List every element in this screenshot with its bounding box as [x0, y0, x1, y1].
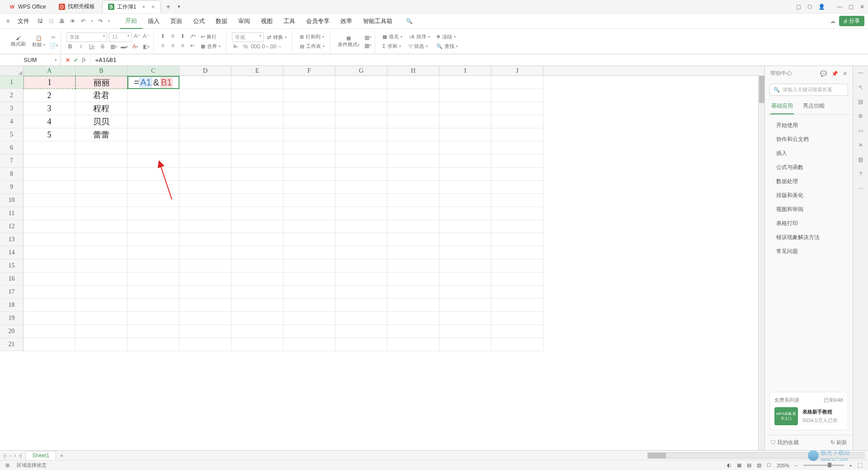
cell[interactable] [283, 259, 335, 273]
help-tab-basic[interactable]: 基础应用 [770, 99, 794, 114]
cell[interactable] [179, 194, 231, 207]
cell[interactable] [231, 312, 283, 325]
cell[interactable] [335, 181, 387, 194]
cell[interactable] [491, 168, 543, 181]
row-header[interactable]: 7 [0, 155, 24, 168]
cell[interactable] [231, 168, 283, 181]
cell[interactable] [127, 181, 179, 194]
cell[interactable] [231, 220, 283, 233]
highlight-button[interactable]: ◧▾ [142, 43, 150, 50]
help-tool-icon[interactable]: ? [859, 171, 862, 177]
cell[interactable] [335, 299, 387, 312]
cell[interactable] [231, 115, 283, 128]
cell[interactable] [491, 286, 543, 299]
cell[interactable] [24, 155, 75, 168]
cell[interactable] [231, 338, 283, 351]
number-format-select[interactable]: 常规▾ [232, 33, 264, 42]
transform-button[interactable]: ⇄转换▾ [265, 33, 288, 42]
cell[interactable] [491, 325, 543, 338]
cell[interactable] [179, 299, 231, 312]
col-header[interactable]: I [439, 66, 491, 75]
tab-close-icon[interactable]: • [142, 3, 145, 10]
minimize-button[interactable]: — [837, 4, 842, 10]
cell[interactable] [179, 246, 231, 259]
col-header[interactable]: E [231, 66, 283, 75]
font-select[interactable]: 宋体▾ [66, 33, 107, 42]
chat-icon[interactable]: 💬 [820, 70, 827, 77]
cell[interactable]: 程程 [75, 102, 127, 115]
my-favorites-button[interactable]: ♡ 我的收藏 [770, 439, 799, 446]
cell[interactable] [335, 325, 387, 338]
cut-icon[interactable]: ✂ [50, 34, 57, 41]
cell[interactable] [387, 325, 439, 338]
sort-button[interactable]: ↕A排序▾ [407, 33, 432, 41]
cell[interactable] [491, 76, 543, 89]
refresh-button[interactable]: ↻ 刷新 [830, 439, 847, 446]
help-item[interactable]: 视图和审阅 [765, 202, 853, 216]
worksheet-button[interactable]: ▤工作表▾ [298, 42, 326, 51]
cell[interactable] [75, 246, 127, 259]
redo-dropdown-icon[interactable]: ▾ [105, 19, 113, 23]
cell[interactable] [439, 207, 491, 220]
view-break-icon[interactable]: ▧ [757, 462, 761, 468]
cell[interactable] [75, 312, 127, 325]
cell[interactable]: =A1&B1 [127, 76, 179, 89]
cell[interactable] [283, 312, 335, 325]
menu-hamburger-icon[interactable]: ≡ [4, 18, 12, 24]
cell[interactable] [283, 168, 335, 181]
cell[interactable] [283, 194, 335, 207]
cell[interactable] [231, 89, 283, 102]
cell[interactable] [127, 194, 179, 207]
cell[interactable] [24, 141, 75, 155]
cell[interactable] [283, 128, 335, 141]
row-header[interactable]: 18 [0, 299, 24, 312]
cell[interactable] [231, 181, 283, 194]
align-right-icon[interactable]: ≡ [179, 42, 186, 49]
spreadsheet-grid[interactable]: A B C D E F G H I J 11丽丽=A1&B122君君33程程44… [0, 66, 764, 450]
cell[interactable] [231, 286, 283, 299]
cell[interactable] [179, 89, 231, 102]
undo-icon[interactable]: ↶ [78, 18, 88, 24]
cell[interactable]: 丽丽 [75, 76, 127, 89]
cell[interactable] [75, 181, 127, 194]
cell[interactable] [127, 168, 179, 181]
help-item[interactable]: 错误现象解决方法 [765, 230, 853, 244]
help-tab-highlight[interactable]: 亮点功能 [802, 99, 826, 114]
pin-icon[interactable]: 📌 [831, 70, 838, 77]
col-header[interactable]: F [283, 66, 335, 75]
collapse-icon[interactable]: — [858, 70, 863, 76]
cell[interactable] [75, 286, 127, 299]
cell[interactable] [439, 102, 491, 115]
align-left-icon[interactable]: ≡ [159, 42, 166, 49]
cell[interactable] [335, 207, 387, 220]
help-item[interactable]: 协作和云文档 [765, 132, 853, 146]
undo-dropdown-icon[interactable]: ▾ [88, 19, 95, 23]
help-item[interactable]: 常见问题 [765, 244, 853, 258]
cell[interactable] [439, 286, 491, 299]
cell[interactable] [491, 141, 543, 155]
cell[interactable] [75, 141, 127, 155]
sheet-nav-first-icon[interactable]: |‹ [4, 452, 7, 459]
row-header[interactable]: 17 [0, 286, 24, 299]
row-header[interactable]: 19 [0, 312, 24, 325]
cell[interactable] [179, 207, 231, 220]
cell[interactable] [24, 286, 75, 299]
row-header[interactable]: 8 [0, 168, 24, 181]
cell[interactable] [283, 155, 335, 168]
tab-docker-templates[interactable]: D 找稻壳模板 [53, 0, 100, 13]
share-button[interactable]: ☌ 分享 [839, 16, 864, 26]
row-header[interactable]: 5 [0, 128, 24, 141]
help-item[interactable]: 数据处理 [765, 174, 853, 188]
cell[interactable] [335, 273, 387, 286]
underline-button[interactable]: U▾ [88, 43, 95, 50]
col-header[interactable]: G [335, 66, 387, 75]
cell[interactable] [439, 338, 491, 351]
cell[interactable] [335, 312, 387, 325]
cell[interactable] [439, 194, 491, 207]
select-all-corner[interactable] [0, 66, 24, 75]
cell[interactable] [439, 128, 491, 141]
cell[interactable] [439, 155, 491, 168]
cell[interactable] [127, 220, 179, 233]
increase-decimal-icon[interactable]: .00→ [272, 43, 279, 50]
view-page-icon[interactable]: ▤ [747, 462, 751, 468]
